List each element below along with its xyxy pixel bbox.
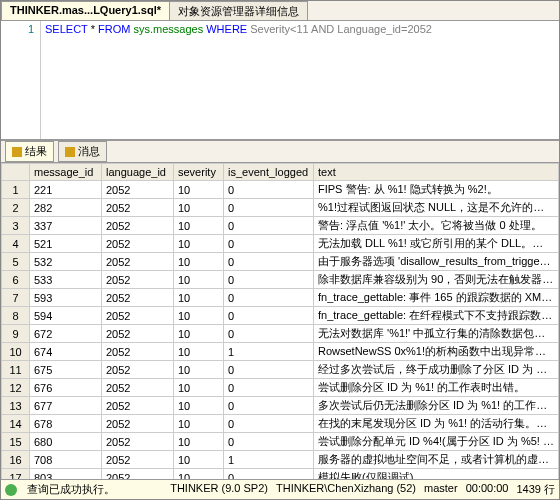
cell-language-id[interactable]: 2052 (102, 289, 174, 307)
cell-severity[interactable]: 10 (174, 433, 224, 451)
cell-severity[interactable]: 10 (174, 325, 224, 343)
cell-message-id[interactable]: 533 (30, 271, 102, 289)
cell-is-event-logged[interactable]: 0 (224, 415, 314, 433)
cell-message-id[interactable]: 532 (30, 253, 102, 271)
cell-is-event-logged[interactable]: 0 (224, 307, 314, 325)
cell-severity[interactable]: 10 (174, 361, 224, 379)
cell-severity[interactable]: 10 (174, 217, 224, 235)
cell-text[interactable]: 模拟失败(仅限调试) (314, 469, 559, 480)
cell-text[interactable]: 无法加载 DLL %1! 或它所引用的某个 DLL。原因: %2! 请确保安装了… (314, 235, 559, 253)
cell-is-event-logged[interactable]: 0 (224, 289, 314, 307)
table-row[interactable]: 75932052100fn_trace_gettable: 事件 165 的跟踪… (2, 289, 559, 307)
cell-severity[interactable]: 10 (174, 379, 224, 397)
cell-severity[interactable]: 10 (174, 343, 224, 361)
cell-language-id[interactable]: 2052 (102, 181, 174, 199)
table-row[interactable]: 96722052100无法对数据库 '%1!' 中孤立行集的清除数据包进行排队。… (2, 325, 559, 343)
col-text[interactable]: text (314, 164, 559, 181)
cell-severity[interactable]: 10 (174, 307, 224, 325)
cell-text[interactable]: 尝试删除分配单元 ID %4!(属于分区 ID 为 %5! 的工作表)时出错[%… (314, 433, 559, 451)
cell-message-id[interactable]: 337 (30, 217, 102, 235)
cell-language-id[interactable]: 2052 (102, 433, 174, 451)
cell-language-id[interactable]: 2052 (102, 415, 174, 433)
cell-message-id[interactable]: 521 (30, 235, 102, 253)
cell-is-event-logged[interactable]: 0 (224, 379, 314, 397)
cell-severity[interactable]: 10 (174, 451, 224, 469)
cell-language-id[interactable]: 2052 (102, 397, 174, 415)
cell-message-id[interactable]: 221 (30, 181, 102, 199)
table-row[interactable]: 178032052100模拟失败(仅限调试) (2, 469, 559, 480)
cell-severity[interactable]: 10 (174, 271, 224, 289)
cell-message-id[interactable]: 680 (30, 433, 102, 451)
results-grid[interactable]: message_id language_id severity is_event… (1, 163, 559, 479)
cell-severity[interactable]: 10 (174, 253, 224, 271)
cell-is-event-logged[interactable]: 0 (224, 361, 314, 379)
cell-severity[interactable]: 10 (174, 199, 224, 217)
cell-language-id[interactable]: 2052 (102, 451, 174, 469)
col-message-id[interactable]: message_id (30, 164, 102, 181)
table-row[interactable]: 33372052100警告: 浮点值 '%1!' 太小。它将被当做 0 处理。 (2, 217, 559, 235)
cell-language-id[interactable]: 2052 (102, 199, 174, 217)
cell-message-id[interactable]: 672 (30, 325, 102, 343)
cell-language-id[interactable]: 2052 (102, 361, 174, 379)
file-tab[interactable]: THINKER.mas...LQuery1.sql* (1, 1, 170, 20)
object-explorer-tab[interactable]: 对象资源管理器详细信息 (169, 1, 308, 20)
cell-message-id[interactable]: 708 (30, 451, 102, 469)
messages-tab[interactable]: 消息 (58, 141, 107, 162)
table-row[interactable]: 126762052100尝试删除分区 ID 为 %1! 的工作表时出错。 (2, 379, 559, 397)
cell-message-id[interactable]: 678 (30, 415, 102, 433)
cell-language-id[interactable]: 2052 (102, 235, 174, 253)
cell-message-id[interactable]: 676 (30, 379, 102, 397)
col-is-event-logged[interactable]: is_event_logged (224, 164, 314, 181)
cell-language-id[interactable]: 2052 (102, 271, 174, 289)
table-row[interactable]: 106742052101RowsetNewSS 0x%1!的析构函数中出现异常。… (2, 343, 559, 361)
table-row[interactable]: 65332052100除非数据库兼容级别为 90，否则无法在触发器执行期间将 X… (2, 271, 559, 289)
cell-is-event-logged[interactable]: 1 (224, 451, 314, 469)
table-row[interactable]: 12212052100FIPS 警告: 从 %1! 隐式转换为 %2!。 (2, 181, 559, 199)
cell-language-id[interactable]: 2052 (102, 343, 174, 361)
table-row[interactable]: 136772052100多次尝试后仍无法删除分区 ID 为 %1! 的工作表。工… (2, 397, 559, 415)
cell-text[interactable]: FIPS 警告: 从 %1! 隐式转换为 %2!。 (314, 181, 559, 199)
cell-text[interactable]: 警告: 浮点值 '%1!' 太小。它将被当做 0 处理。 (314, 217, 559, 235)
sql-code[interactable]: SELECT * FROM sys.messages WHERE Severit… (41, 21, 559, 139)
cell-message-id[interactable]: 677 (30, 397, 102, 415)
cell-severity[interactable]: 10 (174, 415, 224, 433)
cell-is-event-logged[interactable]: 0 (224, 181, 314, 199)
cell-language-id[interactable]: 2052 (102, 307, 174, 325)
cell-severity[interactable]: 10 (174, 181, 224, 199)
table-row[interactable]: 116752052100经过多次尝试后，终于成功删除了分区 ID 为 %1! 的… (2, 361, 559, 379)
cell-is-event-logged[interactable]: 0 (224, 271, 314, 289)
cell-message-id[interactable]: 282 (30, 199, 102, 217)
table-row[interactable]: 156802052100尝试删除分配单元 ID %4!(属于分区 ID 为 %5… (2, 433, 559, 451)
table-row[interactable]: 55322052100由于服务器选项 'disallow_results_fro… (2, 253, 559, 271)
results-tab[interactable]: 结果 (5, 141, 54, 162)
cell-is-event-logged[interactable]: 0 (224, 253, 314, 271)
cell-language-id[interactable]: 2052 (102, 379, 174, 397)
cell-language-id[interactable]: 2052 (102, 469, 174, 480)
cell-text[interactable]: fn_trace_gettable: 在纤程模式下不支持跟踪数据的 XML 会话… (314, 307, 559, 325)
cell-message-id[interactable]: 593 (30, 289, 102, 307)
cell-text[interactable]: RowsetNewSS 0x%1!的析构函数中出现异常。此错误可能意味着 在释放 (314, 343, 559, 361)
table-row[interactable]: 167082052101服务器的虚拟地址空间不足，或者计算机的虚拟内存不足。自启… (2, 451, 559, 469)
cell-language-id[interactable]: 2052 (102, 325, 174, 343)
table-row[interactable]: 45212052100无法加载 DLL %1! 或它所引用的某个 DLL。原因:… (2, 235, 559, 253)
cell-text[interactable]: 由于服务器选项 'disallow_results_from_triggers'… (314, 253, 559, 271)
cell-is-event-logged[interactable]: 0 (224, 325, 314, 343)
cell-text[interactable]: 服务器的虚拟地址空间不足，或者计算机的虚拟内存不足。自启动以来 (314, 451, 559, 469)
table-row[interactable]: 146782052100在找的末尾发现分区 ID 为 %1! 的活动行集。此错误… (2, 415, 559, 433)
table-row[interactable]: 85942052100fn_trace_gettable: 在纤程模式下不支持跟… (2, 307, 559, 325)
cell-text[interactable]: 经过多次尝试后，终于成功删除了分区 ID 为 %1! 的工作表。 (314, 361, 559, 379)
cell-language-id[interactable]: 2052 (102, 253, 174, 271)
cell-message-id[interactable]: 674 (30, 343, 102, 361)
col-language-id[interactable]: language_id (102, 164, 174, 181)
cell-is-event-logged[interactable]: 1 (224, 343, 314, 361)
cell-language-id[interactable]: 2052 (102, 217, 174, 235)
cell-message-id[interactable]: 594 (30, 307, 102, 325)
cell-text[interactable]: 尝试删除分区 ID 为 %1! 的工作表时出错。 (314, 379, 559, 397)
col-severity[interactable]: severity (174, 164, 224, 181)
cell-is-event-logged[interactable]: 0 (224, 397, 314, 415)
cell-is-event-logged[interactable]: 0 (224, 217, 314, 235)
cell-text[interactable]: 多次尝试后仍无法删除分区 ID 为 %1! 的工作表。工作表已标记为要延迟 (314, 397, 559, 415)
cell-text[interactable]: 除非数据库兼容级别为 90，否则无法在触发器执行期间将 XACT ABORT (314, 271, 559, 289)
cell-severity[interactable]: 10 (174, 235, 224, 253)
cell-severity[interactable]: 10 (174, 289, 224, 307)
